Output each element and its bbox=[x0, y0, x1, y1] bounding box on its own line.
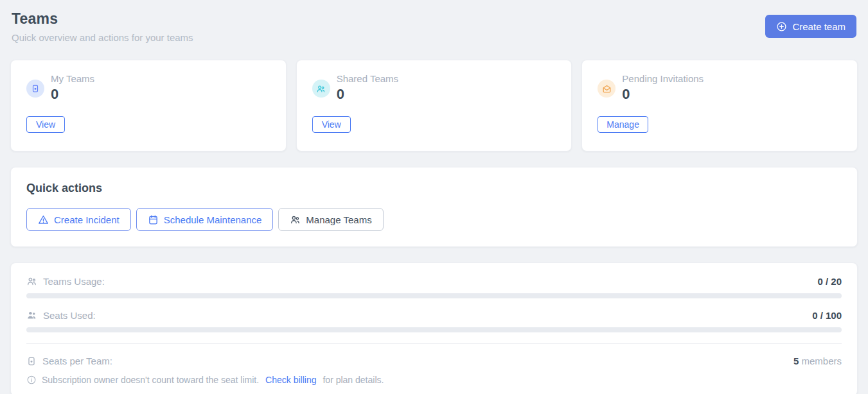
seats-used-progressbar bbox=[26, 327, 842, 332]
usage-card: Teams Usage: 0 / 20 Seats Used: 0 / 100 bbox=[10, 262, 858, 394]
manage-teams-label: Manage Teams bbox=[306, 214, 371, 225]
create-incident-label: Create Incident bbox=[54, 214, 120, 225]
shared-teams-view-button[interactable]: View bbox=[312, 116, 351, 133]
create-team-button-label: Create team bbox=[792, 21, 846, 32]
my-teams-card-top: My Teams 0 bbox=[26, 73, 270, 103]
info-circle-icon bbox=[26, 375, 37, 385]
pending-invitations-card: Pending Invitations 0 Manage bbox=[581, 60, 858, 151]
seats-per-team-row: Seats per Team: 5 members bbox=[26, 355, 842, 366]
quick-actions-title: Quick actions bbox=[26, 182, 842, 195]
seats-per-team-suffix: members bbox=[801, 355, 842, 366]
seats-per-team-value: 5 members bbox=[793, 355, 842, 366]
page-title: Teams bbox=[12, 10, 193, 28]
seats-used-label-wrap: Seats Used: bbox=[26, 310, 96, 321]
quick-actions-buttons: Create Incident Schedule Maintenance Man… bbox=[26, 208, 842, 231]
teams-usage-row: Teams Usage: 0 / 20 bbox=[26, 276, 842, 287]
page-header: Teams Quick overview and actions for you… bbox=[12, 10, 856, 43]
teams-page: Teams Quick overview and actions for you… bbox=[0, 0, 868, 394]
teams-usage-label: Teams Usage: bbox=[43, 276, 105, 287]
my-teams-texts: My Teams 0 bbox=[51, 73, 94, 103]
pending-invitations-manage-button[interactable]: Manage bbox=[598, 116, 648, 133]
quick-actions-card: Quick actions Create Incident Schedule M… bbox=[10, 167, 858, 247]
people-filled-icon bbox=[26, 310, 37, 321]
seat-limit-note: Subscription owner doesn't count toward … bbox=[26, 375, 842, 385]
seats-used-row: Seats Used: 0 / 100 bbox=[26, 310, 842, 321]
calendar-icon bbox=[148, 214, 159, 225]
note-text-before: Subscription owner doesn't count toward … bbox=[42, 375, 259, 385]
stat-label: Pending Invitations bbox=[622, 73, 704, 84]
manage-teams-button[interactable]: Manage Teams bbox=[278, 208, 383, 231]
stat-label: Shared Teams bbox=[337, 73, 398, 84]
shared-teams-texts: Shared Teams 0 bbox=[337, 73, 398, 103]
pending-invitations-texts: Pending Invitations 0 bbox=[622, 73, 704, 103]
stat-value: 0 bbox=[51, 86, 94, 103]
warning-triangle-icon bbox=[38, 214, 49, 225]
create-team-button[interactable]: Create team bbox=[765, 15, 856, 38]
teams-usage-label-wrap: Teams Usage: bbox=[26, 276, 105, 287]
pending-invitations-card-top: Pending Invitations 0 bbox=[598, 73, 842, 103]
usage-divider bbox=[26, 343, 842, 344]
schedule-maintenance-label: Schedule Maintenance bbox=[164, 214, 262, 225]
teams-usage-value: 0 / 20 bbox=[817, 276, 842, 287]
page-header-text: Teams Quick overview and actions for you… bbox=[12, 10, 193, 43]
schedule-maintenance-button[interactable]: Schedule Maintenance bbox=[136, 208, 274, 231]
seats-per-team-number: 5 bbox=[793, 355, 799, 366]
people-outline-icon bbox=[26, 276, 37, 287]
create-incident-button[interactable]: Create Incident bbox=[26, 208, 131, 231]
page-subtitle: Quick overview and actions for your team… bbox=[12, 32, 193, 43]
open-envelope-icon bbox=[598, 80, 616, 98]
stat-value: 0 bbox=[337, 86, 398, 103]
stat-value: 0 bbox=[622, 86, 704, 103]
teams-usage-progressbar bbox=[26, 293, 842, 298]
seats-per-team-label-wrap: Seats per Team: bbox=[26, 355, 112, 366]
stat-cards-row: My Teams 0 View Shared Teams 0 View bbox=[10, 60, 858, 151]
people-icon bbox=[290, 214, 301, 225]
seats-per-team-label: Seats per Team: bbox=[42, 355, 112, 366]
my-teams-view-button[interactable]: View bbox=[26, 116, 65, 133]
stat-label: My Teams bbox=[51, 73, 94, 84]
shared-teams-card: Shared Teams 0 View bbox=[296, 60, 572, 151]
seats-used-label: Seats Used: bbox=[43, 310, 96, 321]
check-billing-link[interactable]: Check billing bbox=[265, 375, 316, 385]
id-badge-icon bbox=[26, 356, 37, 366]
my-teams-card: My Teams 0 View bbox=[10, 60, 287, 151]
seats-used-value: 0 / 100 bbox=[812, 310, 842, 321]
people-icon bbox=[312, 80, 330, 98]
id-badge-icon bbox=[26, 80, 44, 98]
note-text-after: for plan details. bbox=[323, 375, 384, 385]
plus-circle-icon bbox=[776, 21, 787, 32]
shared-teams-card-top: Shared Teams 0 bbox=[312, 73, 556, 103]
